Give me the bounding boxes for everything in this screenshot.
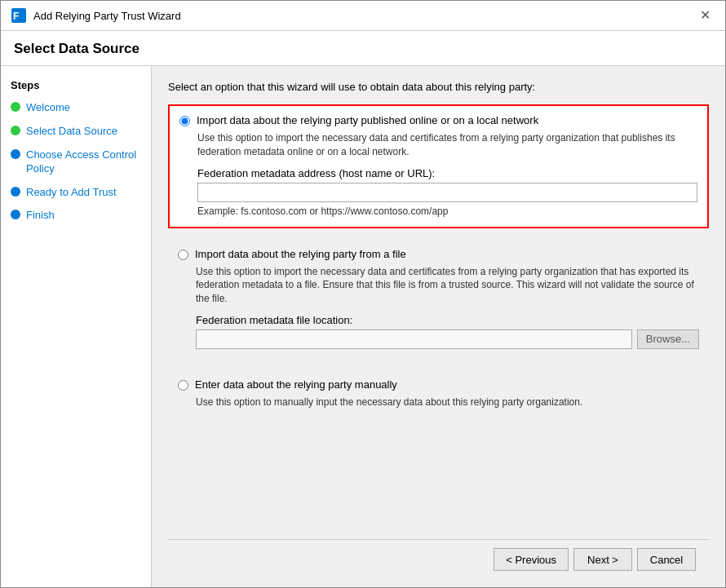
sidebar-item-label-ready: Ready to Add Trust bbox=[26, 186, 117, 200]
option3-radio[interactable] bbox=[178, 380, 188, 391]
title-bar: F Add Relying Party Trust Wizard ✕ bbox=[1, 1, 725, 31]
main-panel: Select an option that this wizard will u… bbox=[152, 66, 725, 587]
sidebar-item-welcome: Welcome bbox=[11, 99, 141, 117]
option2-radio[interactable] bbox=[178, 250, 188, 260]
app-icon: F bbox=[11, 7, 27, 24]
option2-label[interactable]: Import data about the relying party from… bbox=[195, 248, 406, 260]
sidebar-item-ready-to-add: Ready to Add Trust bbox=[11, 184, 141, 201]
next-button[interactable]: Next > bbox=[573, 548, 632, 571]
step-dot-welcome bbox=[11, 102, 20, 112]
federation-metadata-address-input[interactable] bbox=[197, 183, 697, 202]
option1-field-label: Federation metadata address (host name o… bbox=[197, 167, 697, 179]
instruction-text: Select an option that this wizard will u… bbox=[168, 81, 709, 93]
option3-radio-row: Enter data about the relying party manua… bbox=[178, 378, 699, 391]
browse-button[interactable]: Browse... bbox=[637, 329, 699, 349]
sidebar-item-finish: Finish bbox=[11, 207, 141, 224]
option2-box: Import data about the relying party from… bbox=[168, 240, 709, 359]
page-title: Select Data Source bbox=[14, 41, 712, 57]
content-area: Steps Welcome Select Data Source Choose … bbox=[1, 66, 725, 587]
sidebar-item-label-welcome: Welcome bbox=[26, 101, 70, 115]
sidebar-item-label-access-control: Choose Access Control Policy bbox=[26, 148, 141, 176]
federation-metadata-file-input[interactable] bbox=[196, 329, 632, 349]
step-dot-ready bbox=[11, 187, 20, 197]
option1-description: Use this option to import the necessary … bbox=[197, 131, 697, 159]
svg-text:F: F bbox=[13, 11, 19, 22]
sidebar: Steps Welcome Select Data Source Choose … bbox=[1, 66, 152, 587]
sidebar-item-label-select-data: Select Data Source bbox=[26, 125, 117, 139]
sidebar-item-label-finish: Finish bbox=[26, 209, 55, 223]
option2-field-label: Federation metadata file location: bbox=[196, 314, 699, 326]
previous-button[interactable]: < Previous bbox=[494, 548, 569, 571]
option1-example: Example: fs.contoso.com or https://www.c… bbox=[197, 206, 697, 217]
option1-box: Import data about the relying party publ… bbox=[168, 104, 709, 228]
option3-description: Use this option to manually input the ne… bbox=[196, 396, 699, 409]
option3-label[interactable]: Enter data about the relying party manua… bbox=[195, 378, 397, 391]
step-dot-access-control bbox=[11, 149, 20, 159]
cancel-button[interactable]: Cancel bbox=[637, 548, 696, 571]
option1-radio-row: Import data about the relying party publ… bbox=[179, 114, 697, 126]
sidebar-item-access-control: Choose Access Control Policy bbox=[11, 147, 141, 178]
page-header: Select Data Source bbox=[1, 31, 725, 66]
step-dot-select-data bbox=[11, 126, 20, 135]
close-button[interactable]: ✕ bbox=[695, 7, 715, 24]
sidebar-item-select-data-source: Select Data Source bbox=[11, 123, 141, 140]
option3-box: Enter data about the relying party manua… bbox=[168, 370, 709, 427]
option2-radio-row: Import data about the relying party from… bbox=[178, 248, 699, 260]
step-dot-finish bbox=[11, 210, 20, 219]
option2-description: Use this option to import the necessary … bbox=[196, 265, 699, 306]
footer: < Previous Next > Cancel bbox=[168, 539, 709, 579]
file-row: Browse... bbox=[196, 329, 699, 349]
option1-label[interactable]: Import data about the relying party publ… bbox=[197, 114, 538, 126]
sidebar-heading: Steps bbox=[11, 79, 141, 91]
window-title: Add Relying Party Trust Wizard bbox=[33, 10, 181, 22]
wizard-window: F Add Relying Party Trust Wizard ✕ Selec… bbox=[0, 0, 726, 588]
option1-radio[interactable] bbox=[179, 116, 190, 126]
